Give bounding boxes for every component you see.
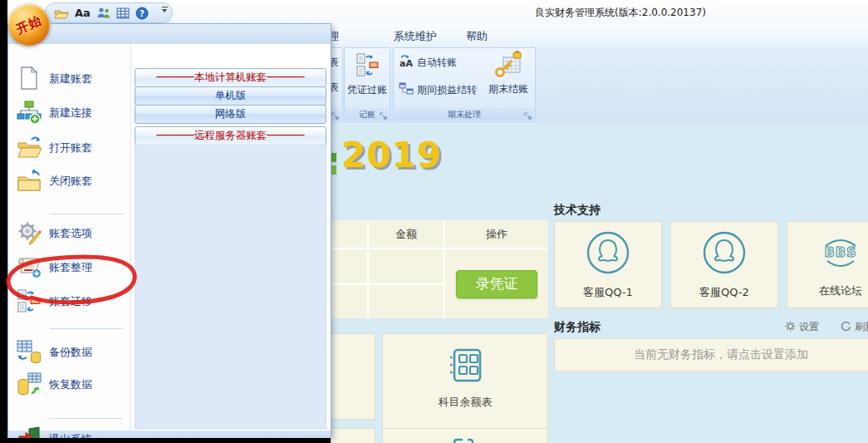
ledger-options-icon bbox=[17, 220, 42, 248]
menu-divider bbox=[50, 328, 123, 329]
support-section-title: 技术支持 bbox=[554, 203, 601, 218]
table-header-hidden bbox=[330, 220, 367, 248]
dialog-launcher-icon[interactable] bbox=[524, 111, 532, 119]
balance-sheet-card[interactable]: 科目余额表 bbox=[382, 333, 548, 431]
menu-item-new-connection[interactable]: 新建连接 bbox=[12, 96, 129, 130]
shortcut-card-partial[interactable] bbox=[330, 428, 375, 443]
submenu-item-network[interactable]: 网络版 bbox=[135, 105, 326, 124]
table-header-action: 操作 bbox=[445, 220, 548, 248]
menu-divider bbox=[50, 214, 123, 214]
support-card-qq1[interactable]: 客服QQ-1 bbox=[554, 221, 662, 308]
submenu-item-standalone[interactable]: 单机版 bbox=[135, 86, 326, 106]
support-card-forum[interactable]: BBS 在线论坛 bbox=[787, 221, 868, 308]
voucher-posting-icon bbox=[354, 52, 380, 81]
table-icon[interactable] bbox=[116, 7, 130, 19]
support-card-label: 在线论坛 bbox=[819, 283, 862, 298]
chevron-down-icon bbox=[162, 9, 167, 12]
ledger-migrate-icon bbox=[17, 288, 42, 316]
qq-icon bbox=[585, 229, 631, 278]
tab-help[interactable]: 帮助 bbox=[463, 28, 491, 45]
help-icon[interactable]: ? bbox=[135, 7, 149, 20]
refresh-icon bbox=[841, 321, 851, 334]
bbs-icon: BBS bbox=[816, 231, 866, 277]
screenshot-black-edge bbox=[0, 438, 331, 443]
app-window: 良实财务管理系统(版本:2.0.0.20137) Aa ? 票据管理 系统维护 … bbox=[0, 0, 868, 443]
menu-item-close-ledger[interactable]: 关闭账套 bbox=[12, 165, 129, 198]
indicators-empty-hint: 当前无财务指标，请点击设置添加 bbox=[634, 347, 808, 362]
ribbon-group-bookkeeping: 凭证过账 记账 bbox=[344, 47, 390, 122]
table-header-amount: 金额 bbox=[369, 220, 444, 248]
backup-data-icon bbox=[17, 339, 42, 367]
font-style-icon[interactable]: Aa bbox=[75, 7, 91, 18]
start-orb-label: 开始 bbox=[14, 12, 45, 37]
voucher-posting-button[interactable]: 凭证过账 bbox=[345, 52, 390, 97]
svg-text:aA: aA bbox=[400, 58, 413, 69]
menu-command-list: 新建账套 新建连接 bbox=[8, 44, 131, 431]
auto-transfer-button[interactable]: aA 自动转账 bbox=[399, 54, 457, 71]
table-cell bbox=[369, 249, 444, 283]
submenu-empty-area bbox=[135, 145, 326, 429]
shortcut-card-partial[interactable] bbox=[330, 333, 375, 420]
menu-divider bbox=[50, 418, 123, 419]
support-card-qq2[interactable]: 客服QQ-2 bbox=[670, 221, 778, 308]
start-orb-button[interactable]: 开始 bbox=[8, 4, 50, 46]
support-card-label: 客服QQ-1 bbox=[583, 285, 633, 300]
window-title: 良实财务管理系统(版本:2.0.0.20137) bbox=[381, 6, 860, 20]
period-end-closing-button[interactable]: 期末结账 bbox=[483, 50, 533, 96]
table-cell bbox=[330, 249, 367, 283]
menu-item-open-ledger[interactable]: 打开账套 bbox=[12, 131, 129, 165]
submenu-header-remote: ──────远程服务器账套────── bbox=[135, 126, 326, 145]
quick-access-toolbar: Aa ? bbox=[45, 2, 173, 23]
indicators-refresh-button[interactable]: 刷新 bbox=[841, 320, 868, 334]
menu-top-band bbox=[8, 24, 331, 44]
table-action-cell: 录凭证 bbox=[445, 249, 548, 318]
application-menu: 新建账套 新建连接 bbox=[7, 23, 331, 440]
period-end-closing-icon bbox=[493, 50, 523, 82]
balance-sheet-icon bbox=[445, 346, 485, 388]
close-ledger-icon bbox=[17, 168, 42, 195]
support-card-label: 客服QQ-2 bbox=[699, 285, 749, 300]
svg-text:?: ? bbox=[140, 8, 145, 17]
partial-shortcut-icon bbox=[453, 437, 474, 443]
menu-item-backup-data[interactable]: 备份数据 bbox=[12, 336, 129, 369]
screenshot-black-edge bbox=[0, 0, 7, 443]
fiscal-year-banner: 2019 bbox=[341, 135, 442, 175]
tab-system-maintenance[interactable]: 系统维护 bbox=[390, 28, 440, 45]
restore-data-icon bbox=[17, 372, 42, 399]
ledger-organize-icon bbox=[17, 254, 42, 282]
svg-text:BBS: BBS bbox=[825, 244, 857, 260]
menu-item-ledger-organize[interactable]: 账套整理 bbox=[12, 251, 129, 284]
gear-icon bbox=[785, 321, 796, 334]
group-label: 期末处理 bbox=[395, 108, 534, 121]
menu-item-restore-data[interactable]: 恢复数据 bbox=[12, 368, 129, 401]
menu-item-ledger-options[interactable]: 账套选项 bbox=[12, 217, 129, 250]
ribbon-group-period-end: aA 自动转账 期间损益结转 bbox=[393, 47, 536, 122]
dialog-launcher-icon[interactable] bbox=[331, 111, 340, 119]
record-voucher-button[interactable]: 录凭证 bbox=[456, 270, 537, 298]
auto-transfer-icon: aA bbox=[399, 54, 414, 71]
submenu-header-local: ──────本地计算机账套────── bbox=[135, 68, 326, 87]
dialog-launcher-icon[interactable] bbox=[380, 111, 388, 119]
menu-submenu-panel: ──────本地计算机账套────── 单机版 网络版 ──────远程服务器账… bbox=[131, 44, 331, 431]
menu-item-new-ledger[interactable]: 新建账套 bbox=[12, 62, 129, 96]
new-connection-icon bbox=[17, 100, 42, 127]
balance-sheet-label: 科目余额表 bbox=[439, 395, 493, 410]
period-pl-carryover-button[interactable]: 期间损益结转 bbox=[399, 81, 477, 99]
new-ledger-icon bbox=[17, 66, 42, 93]
indicators-settings-button[interactable]: 设置 bbox=[785, 320, 819, 334]
open-folder-icon[interactable] bbox=[54, 7, 69, 20]
open-ledger-icon bbox=[17, 135, 42, 162]
toolbar-overflow-button[interactable] bbox=[160, 7, 169, 12]
indicators-empty-panel: 当前无财务指标，请点击设置添加 bbox=[554, 338, 868, 372]
indicators-section-title: 财务指标 bbox=[554, 320, 601, 335]
table-cell bbox=[369, 285, 444, 318]
table-cell bbox=[330, 285, 367, 318]
users-icon[interactable] bbox=[96, 7, 110, 19]
voucher-table: 金额 操作 录凭证 bbox=[330, 220, 548, 318]
period-pl-icon bbox=[399, 81, 414, 99]
shortcut-card-partial[interactable] bbox=[382, 428, 548, 443]
menu-item-ledger-migrate[interactable]: 账套迁移 bbox=[12, 285, 129, 318]
qq-icon bbox=[701, 229, 748, 278]
